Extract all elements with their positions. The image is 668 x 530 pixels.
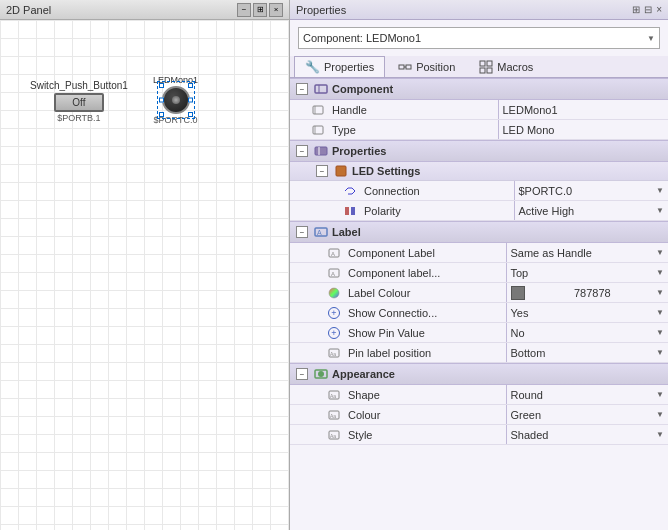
polarity-icon xyxy=(342,203,358,219)
properties-area: − Component Handle LEDMono1 Type xyxy=(290,78,668,530)
pin-label-pos-name: Pin label position xyxy=(344,345,506,361)
tab-properties[interactable]: 🔧 Properties xyxy=(294,56,385,77)
show-connection-value[interactable]: Yes ▼ xyxy=(507,305,669,321)
right-panel: Properties ⊞ ⊟ × Component: LEDMono1 ▼ 🔧… xyxy=(290,0,668,530)
section-component-title: Component xyxy=(332,83,393,95)
show-connection-row: + Show Connectio... Yes ▼ xyxy=(290,303,668,323)
right-titlebar: Properties ⊞ ⊟ × xyxy=(290,0,668,20)
show-pin-value-text: No xyxy=(511,327,525,339)
connection-dropdown-icon[interactable]: ▼ xyxy=(656,186,664,195)
led-settings-expand[interactable]: − xyxy=(316,165,328,177)
comp-label-name: Component Label xyxy=(344,245,506,261)
show-pin-value-name: Show Pin Value xyxy=(344,325,506,341)
tab-macros-label: Macros xyxy=(497,61,533,73)
handle-tr[interactable] xyxy=(188,83,193,88)
handle-mr[interactable] xyxy=(188,98,193,103)
label-colour-value[interactable]: 787878 ▼ xyxy=(507,284,669,302)
canvas-area: Switch_Push_Button1 Off $PORTB.1 LEDMono… xyxy=(0,20,289,530)
colour-dropdown-icon[interactable]: ▼ xyxy=(656,410,664,419)
comp-label-dropdown-icon[interactable]: ▼ xyxy=(656,248,664,257)
label-colour-dropdown-icon[interactable]: ▼ xyxy=(656,288,664,297)
pin-icon[interactable]: ⊞ xyxy=(632,4,640,15)
show-pin-value-icon: + xyxy=(326,325,342,341)
shape-row: Aa Shape Round ▼ xyxy=(290,385,668,405)
label-colour-value-text: 787878 xyxy=(574,287,611,299)
switch-component[interactable]: Switch_Push_Button1 Off $PORTB.1 xyxy=(30,80,128,123)
comp-label-value-text: Same as Handle xyxy=(511,247,592,259)
label-expand[interactable]: − xyxy=(296,226,308,238)
tab-position[interactable]: Position xyxy=(387,56,466,77)
pin-label-pos-icon: Aa xyxy=(326,345,342,361)
pin-label-pos-dropdown-icon[interactable]: ▼ xyxy=(656,348,664,357)
shape-value[interactable]: Round ▼ xyxy=(507,387,669,403)
close-icon[interactable]: × xyxy=(656,4,662,15)
show-pin-value-value[interactable]: No ▼ xyxy=(507,325,669,341)
svg-rect-17 xyxy=(351,207,355,215)
component-selector-text: Component: LEDMono1 xyxy=(303,32,421,44)
connection-value[interactable]: $PORTC.0 ▼ xyxy=(515,183,669,199)
wrench-icon: 🔧 xyxy=(305,60,320,74)
type-value-text: LED Mono xyxy=(503,124,555,136)
properties-expand[interactable]: − xyxy=(296,145,308,157)
component-selector-container: Component: LEDMono1 ▼ xyxy=(290,20,668,56)
tab-macros[interactable]: Macros xyxy=(468,56,544,77)
handle-bl[interactable] xyxy=(159,112,164,117)
component-selector-arrow: ▼ xyxy=(647,34,655,43)
handle-br[interactable] xyxy=(188,112,193,117)
comp-label-pos-row: A Component label... Top ▼ xyxy=(290,263,668,283)
polarity-value[interactable]: Active High ▼ xyxy=(515,203,669,219)
svg-rect-6 xyxy=(487,68,492,73)
shape-dropdown-icon[interactable]: ▼ xyxy=(656,390,664,399)
svg-rect-3 xyxy=(480,61,485,66)
show-pin-value-dropdown-icon[interactable]: ▼ xyxy=(656,328,664,337)
svg-text:Aa: Aa xyxy=(330,413,336,419)
svg-text:Aa: Aa xyxy=(330,393,336,399)
appearance-expand[interactable]: − xyxy=(296,368,308,380)
colour-icon: Aa xyxy=(326,407,342,423)
type-row: Type LED Mono xyxy=(290,120,668,140)
handle-tl[interactable] xyxy=(159,83,164,88)
colour-value[interactable]: Green ▼ xyxy=(507,407,669,423)
style-icon: Aa xyxy=(326,427,342,443)
switch-button[interactable]: Off xyxy=(54,93,104,112)
polarity-dropdown-icon[interactable]: ▼ xyxy=(656,206,664,215)
section-label-header: − A Label xyxy=(290,221,668,243)
led-component[interactable]: LEDMono1 $PORTC.0 xyxy=(153,75,198,125)
minimize-button[interactable]: − xyxy=(237,3,251,17)
show-pin-value-row: + Show Pin Value No ▼ xyxy=(290,323,668,343)
show-connection-dropdown-icon[interactable]: ▼ xyxy=(656,308,664,317)
component-selector[interactable]: Component: LEDMono1 ▼ xyxy=(298,27,660,49)
panel-controls: − ⊞ × xyxy=(237,3,283,17)
comp-label-pos-icon: A xyxy=(326,265,342,281)
comp-label-pos-value[interactable]: Top ▼ xyxy=(507,265,669,281)
section-component-header: − Component xyxy=(290,78,668,100)
svg-text:A: A xyxy=(331,251,335,257)
style-dropdown-icon[interactable]: ▼ xyxy=(656,430,664,439)
comp-label-value[interactable]: Same as Handle ▼ xyxy=(507,245,669,261)
shape-value-text: Round xyxy=(511,389,543,401)
component-expand[interactable]: − xyxy=(296,83,308,95)
type-label: Type xyxy=(328,122,498,138)
left-panel: 2D Panel − ⊞ × Switch_Push_Button1 Off $… xyxy=(0,0,290,530)
handle-value: LEDMono1 xyxy=(499,102,669,118)
close-button[interactable]: × xyxy=(269,3,283,17)
led-wrapper xyxy=(162,86,190,114)
svg-rect-7 xyxy=(315,85,327,93)
svg-rect-4 xyxy=(487,61,492,66)
comp-label-pos-dropdown-icon[interactable]: ▼ xyxy=(656,268,664,277)
svg-text:A: A xyxy=(331,271,335,277)
comp-label-icon: A xyxy=(326,245,342,261)
style-value[interactable]: Shaded ▼ xyxy=(507,427,669,443)
svg-text:A: A xyxy=(317,229,322,236)
handle-ml[interactable] xyxy=(159,98,164,103)
led-settings-icon xyxy=(334,164,348,178)
switch-label: Switch_Push_Button1 xyxy=(30,80,128,91)
label-colour-name: Label Colour xyxy=(344,285,506,301)
pin-button[interactable]: ⊞ xyxy=(253,3,267,17)
tabs-bar: 🔧 Properties Position Macros xyxy=(290,56,668,78)
handle-label: Handle xyxy=(328,102,498,118)
pin-label-pos-value[interactable]: Bottom ▼ xyxy=(507,345,669,361)
section-appearance-title: Appearance xyxy=(332,368,395,380)
comp-label-pos-value-text: Top xyxy=(511,267,529,279)
float-icon[interactable]: ⊟ xyxy=(644,4,652,15)
